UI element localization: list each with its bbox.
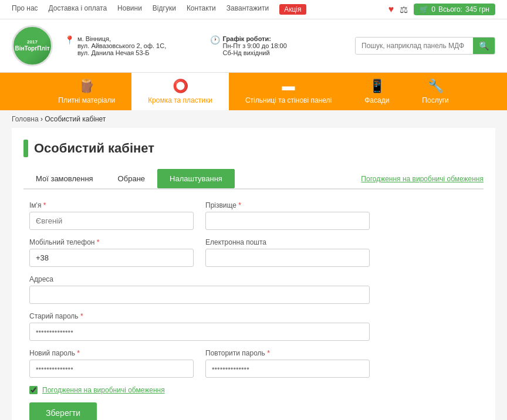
map-pin-icon: 📍	[65, 35, 75, 45]
favorites-icon[interactable]: ♥	[388, 4, 394, 15]
phone-email-row: Мобільний телефон * Електронна пошта	[29, 238, 370, 267]
cart-icon: 🛒	[420, 5, 428, 13]
name-label: Ім'я *	[29, 201, 194, 209]
logo[interactable]: 2017 ВінТоргПліт	[12, 25, 53, 66]
new-password-group: Новий пароль *	[29, 349, 194, 378]
link-reviews[interactable]: Відгуки	[153, 4, 176, 15]
link-contacts[interactable]: Контакти	[187, 4, 216, 15]
link-download[interactable]: Завантажити	[227, 4, 269, 15]
confirm-password-label: Повторити пароль *	[205, 349, 370, 357]
search-input[interactable]	[356, 38, 473, 54]
akcia-button[interactable]: Акція	[279, 4, 306, 15]
old-password-row: Старий пароль *	[29, 312, 370, 341]
address-group: Адреса	[29, 275, 370, 304]
nav-label-fasady: Фасади	[364, 96, 389, 104]
hours-box: 🕐 Графік роботи: Пн-Пт з 9:00 до 18:00 С…	[210, 35, 344, 56]
nav-item-fasady[interactable]: 📱 Фасади	[348, 73, 405, 110]
email-label: Електронна пошта	[205, 238, 370, 246]
new-password-label: Новий пароль *	[29, 349, 194, 357]
cart-total-label: Всього:	[438, 5, 462, 13]
agreement-checkbox[interactable]	[29, 386, 38, 394]
name-lastname-row: Ім'я * Прізвище *	[29, 201, 370, 230]
nav-label-plytni: Плитні матеріали	[58, 96, 115, 104]
old-password-label: Старий пароль *	[29, 312, 370, 320]
main-content: Особистий кабінет Мої замовлення Обране …	[12, 128, 495, 420]
nav-item-plytni[interactable]: 🪵 Плитні матеріали	[42, 73, 131, 110]
cart-count: 0	[431, 5, 435, 13]
nav-icon-plytni: 🪵	[79, 79, 94, 94]
nav-item-kromka[interactable]: ⭕ Кромка та пластики	[131, 73, 229, 110]
agreement-label[interactable]: Погодження на виробничі обмеження	[42, 386, 165, 394]
breadcrumb-home[interactable]: Головна	[12, 115, 39, 123]
logo-name: ВінТоргПліт	[15, 45, 49, 52]
title-accent	[23, 140, 28, 157]
nav-label-stilnyci: Стільниці та стінові панелі	[245, 96, 332, 104]
logo-image: 2017 ВінТоргПліт	[12, 25, 53, 66]
lastname-label: Прізвище *	[205, 201, 370, 209]
nav-icon-fasady: 📱	[369, 79, 385, 94]
name-input[interactable]	[29, 212, 194, 230]
save-button[interactable]: Зберегти	[29, 402, 97, 420]
tab-favorites[interactable]: Обране	[106, 169, 157, 188]
new-confirm-password-row: Новий пароль * Повторити пароль *	[29, 349, 370, 378]
confirm-password-group: Повторити пароль *	[205, 349, 370, 378]
tab-my-orders[interactable]: Мої замовлення	[23, 169, 106, 188]
form-section: Ім'я * Прізвище * Мобільний телефон * Ел…	[23, 201, 376, 420]
hours-text: Графік роботи: Пн-Пт з 9:00 до 18:00 Сб-…	[223, 35, 287, 56]
email-input[interactable]	[205, 249, 370, 267]
search-button[interactable]: 🔍	[473, 38, 495, 54]
checkbox-row: Погодження на виробничі обмеження	[29, 386, 370, 394]
address-label: Адреса	[29, 275, 370, 283]
nav-label-kromka: Кромка та пластики	[148, 96, 212, 104]
name-group: Ім'я *	[29, 201, 194, 230]
address-text: м. Вінниця, вул. Айвазовського 2, оф. 1С…	[77, 35, 166, 56]
top-bar: Про нас Доставка і оплата Новини Відгуки…	[0, 0, 507, 19]
link-pro-nas[interactable]: Про нас	[12, 4, 38, 15]
phone-input[interactable]	[29, 249, 194, 267]
old-password-input[interactable]	[29, 323, 370, 341]
page-title: Особистий кабінет	[23, 140, 484, 157]
address-row: Адреса	[29, 275, 370, 304]
link-delivery[interactable]: Доставка і оплата	[49, 4, 107, 15]
confirm-password-input[interactable]	[205, 360, 370, 378]
nav-item-stilnyci[interactable]: ▬ Стільниці та стінові панелі	[229, 73, 348, 110]
nav-item-posluhy[interactable]: 🔧 Послуги	[405, 73, 465, 110]
nav-label-posluhy: Послуги	[422, 96, 448, 104]
nav-icon-stilnyci: ▬	[282, 79, 295, 94]
new-password-input[interactable]	[29, 360, 194, 378]
email-group: Електронна пошта	[205, 238, 370, 267]
search-box: 🔍	[355, 37, 495, 55]
phone-label: Мобільний телефон *	[29, 238, 194, 246]
link-news[interactable]: Новини	[117, 4, 142, 15]
header: 2017 ВінТоргПліт 📍 м. Вінниця, вул. Айва…	[0, 19, 507, 73]
old-password-group: Старий пароль *	[29, 312, 370, 341]
tab-settings[interactable]: Налаштування	[157, 169, 235, 188]
lastname-group: Прізвище *	[205, 201, 370, 230]
production-limits-link[interactable]: Погодження на виробничі обмеження	[361, 175, 484, 183]
breadcrumb: Головна › Особистий кабінет	[0, 110, 507, 128]
phone-group: Мобільний телефон *	[29, 238, 194, 267]
nav-icon-posluhy: 🔧	[428, 79, 444, 94]
cart-total-value: 345 грн	[465, 5, 489, 13]
logo-year: 2017	[15, 39, 49, 45]
top-bar-links: Про нас Доставка і оплата Новини Відгуки…	[12, 4, 306, 15]
address-box: 📍 м. Вінниця, вул. Айвазовського 2, оф. …	[65, 35, 198, 56]
lastname-input[interactable]	[205, 212, 370, 230]
clock-icon: 🕐	[210, 35, 220, 45]
top-bar-icons: ♥ ⚖ 🛒 0 Всього: 345 грн	[388, 4, 495, 15]
compare-icon[interactable]: ⚖	[400, 4, 408, 15]
address-input[interactable]	[29, 286, 370, 304]
nav-bar: 🪵 Плитні матеріали ⭕ Кромка та пластики …	[0, 73, 507, 110]
tabs: Мої замовлення Обране Налаштування Погод…	[23, 169, 484, 189]
breadcrumb-current: Особистий кабінет	[45, 115, 106, 123]
nav-icon-kromka: ⭕	[173, 79, 188, 94]
cart-box[interactable]: 🛒 0 Всього: 345 грн	[414, 4, 495, 15]
